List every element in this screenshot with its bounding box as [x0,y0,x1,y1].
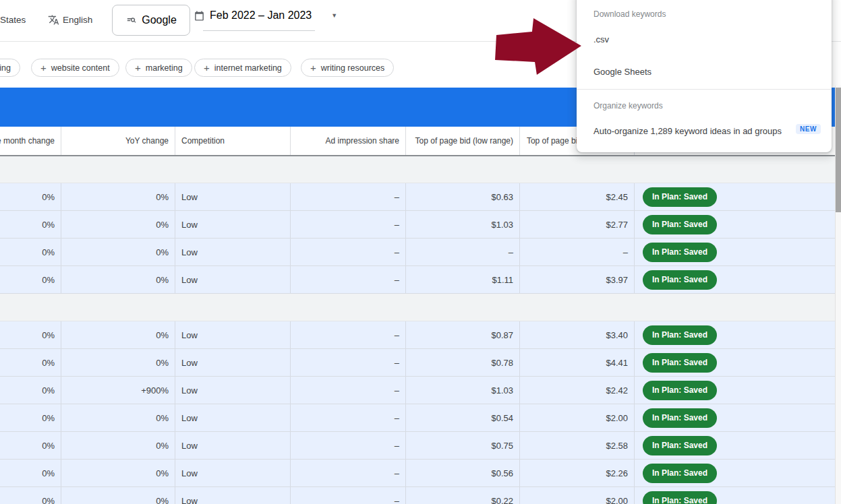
in-plan-saved-button[interactable]: In Plan: Saved [643,270,717,290]
in-plan-saved-button[interactable]: In Plan: Saved [643,464,717,483]
cell-bid-low: $1.03 [405,377,519,404]
plus-icon: + [204,62,210,73]
cell-three-month-change: 0% [0,460,61,486]
cell-yoy-change: 0% [61,460,175,486]
keyword-planner-screen: States English Google Feb 2022 – Jan 202… [0,0,841,504]
keyword-chip[interactable]: + website content [31,59,119,77]
menu-item-csv[interactable]: .csv [577,34,832,44]
header-ad-impression-share[interactable]: Ad impression share [290,127,405,155]
cell-competition: Low [175,211,290,238]
language-filter[interactable]: English [63,15,92,25]
cell-competition: Low [175,460,290,486]
in-plan-saved-button[interactable]: In Plan: Saved [643,215,717,234]
cell-ad-impression-share: – [290,460,405,486]
cell-ad-impression-share: – [290,377,405,404]
cell-yoy-change: +900% [61,377,175,404]
table-row[interactable]: 0% 0% Low – $0.56 $2.26 In Plan: Saved [0,460,835,487]
cell-competition: Low [175,487,290,504]
cell-three-month-change: 0% [0,183,61,210]
cell-plan-status: In Plan: Saved [634,349,835,376]
keyword-chip[interactable]: + writing resources [301,59,394,77]
cell-yoy-change: 0% [61,266,175,293]
in-plan-saved-button[interactable]: In Plan: Saved [643,491,717,504]
in-plan-saved-button[interactable]: In Plan: Saved [643,325,717,345]
in-plan-saved-button[interactable]: In Plan: Saved [643,436,717,455]
table-row[interactable]: 0% 0% Low – $0.54 $2.00 In Plan: Saved [0,404,835,432]
cell-plan-status: In Plan: Saved [634,239,835,265]
translate-icon [48,14,59,26]
plus-icon: + [135,62,141,73]
in-plan-saved-button[interactable]: In Plan: Saved [643,187,717,207]
cell-bid-high: $2.26 [519,460,634,486]
cell-ad-impression-share: – [290,321,405,348]
cell-yoy-change: 0% [61,321,175,348]
cell-bid-low: $0.56 [405,460,519,486]
date-range-selector[interactable]: Feb 2022 – Jan 2023 ▼ [194,9,337,22]
header-three-month-change[interactable]: e month change [0,127,61,155]
cell-ad-impression-share: – [290,239,405,265]
cell-yoy-change: 0% [61,432,175,459]
cell-three-month-change: 0% [0,432,61,459]
table-row[interactable]: 0% 0% Low – – – In Plan: Saved [0,239,835,266]
cell-three-month-change: 0% [0,349,61,376]
menu-item-auto-organize[interactable]: Auto-organize 1,289 keyword ideas in ad … [577,126,832,136]
cell-bid-low: $0.63 [405,183,519,210]
cell-bid-low: $0.87 [405,321,519,348]
table-row[interactable]: 0% 0% Low – $0.63 $2.45 In Plan: Saved [0,183,835,211]
table-row[interactable]: 0% 0% Low – $1.11 $3.97 In Plan: Saved [0,266,835,294]
download-section-label: Download keywords [593,9,666,19]
calendar-icon [194,10,205,22]
in-plan-saved-button[interactable]: In Plan: Saved [643,353,717,373]
in-plan-saved-button[interactable]: In Plan: Saved [643,243,717,262]
cell-ad-impression-share: – [290,211,405,238]
cell-plan-status: In Plan: Saved [634,404,835,431]
plus-icon: + [310,62,316,73]
cell-competition: Low [175,321,290,348]
menu-item-google-sheets[interactable]: Google Sheets [577,67,832,77]
date-range-underline [203,30,315,31]
cell-plan-status: In Plan: Saved [634,432,835,459]
cell-competition: Low [175,349,290,376]
keyword-chip[interactable]: + marketing [125,59,192,77]
cell-competition: Low [175,377,290,404]
network-label: Google [142,14,177,26]
cell-competition: Low [175,239,290,265]
cell-yoy-change: 0% [61,239,175,265]
cell-plan-status: In Plan: Saved [634,377,835,404]
cell-bid-high: $2.42 [519,377,634,404]
in-plan-saved-button[interactable]: In Plan: Saved [643,408,717,428]
vertical-scrollbar-thumb[interactable] [836,88,841,212]
table-row[interactable]: 0% 0% Low – $1.03 $2.77 In Plan: Saved [0,211,835,239]
header-yoy-change[interactable]: YoY change [61,127,175,155]
cell-bid-high: $3.97 [519,266,634,293]
location-filter[interactable]: States [0,15,26,25]
cell-bid-high: $2.58 [519,432,634,459]
menu-divider [577,89,832,90]
keyword-chip[interactable]: + internet marketing [194,59,291,77]
cell-yoy-change: 0% [61,349,175,376]
table-row[interactable]: 0% 0% Low – $0.22 $2.00 In Plan: Saved [0,487,835,504]
cell-three-month-change: 0% [0,321,61,348]
header-competition[interactable]: Competition [175,127,290,155]
table-row[interactable]: 0% 0% Low – $0.75 $2.58 In Plan: Saved [0,432,835,460]
table-row[interactable]: 0% +900% Low – $1.03 $2.42 In Plan: Save… [0,377,835,404]
table-row[interactable]: 0% 0% Low – $0.87 $3.40 In Plan: Saved [0,321,835,349]
download-menu: Download keywords .csv Google Sheets Org… [577,0,832,152]
table-row[interactable]: 0% 0% Low – $0.78 $4.41 In Plan: Saved [0,349,835,377]
cell-bid-low: $1.11 [405,266,519,293]
cell-three-month-change: 0% [0,266,61,293]
cell-bid-low: $0.75 [405,432,519,459]
keyword-chip-partial[interactable]: ing [0,59,20,77]
cell-bid-high: $2.77 [519,211,634,238]
cell-bid-low: $0.78 [405,349,519,376]
in-plan-saved-button[interactable]: In Plan: Saved [643,381,717,400]
cell-ad-impression-share: – [290,266,405,293]
cell-plan-status: In Plan: Saved [634,266,835,293]
network-selector[interactable]: Google [112,5,190,36]
new-badge: NEW [796,124,821,134]
cell-bid-low: $0.22 [405,487,519,504]
section-band [0,156,835,183]
cell-yoy-change: 0% [61,183,175,210]
cell-three-month-change: 0% [0,487,61,504]
header-top-of-page-bid-low[interactable]: Top of page bid (low range) [405,127,519,155]
